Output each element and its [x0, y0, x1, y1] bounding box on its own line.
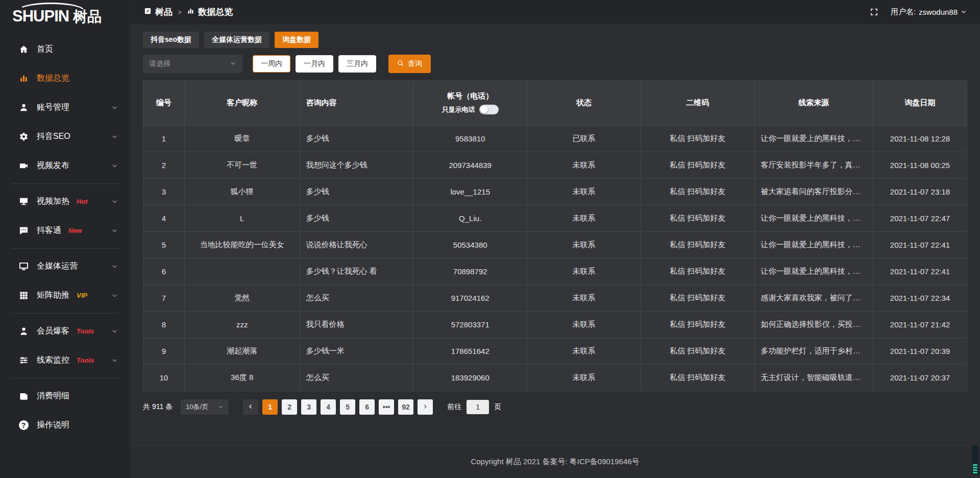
cell-id: 9 [143, 338, 185, 365]
cell-qrcode-links[interactable]: 私信 扫码加好友 [641, 179, 754, 205]
next-page-button[interactable] [418, 399, 433, 415]
pagination-total: 共 911 条 [143, 402, 173, 412]
col-header-qrcode: 二维码 [641, 81, 754, 126]
menu-divider [11, 248, 119, 249]
main-column: 树品 > 数据总览 用户名: zswodun88 [130, 0, 980, 478]
range-quarter-button[interactable]: 三月内 [338, 55, 376, 73]
cell-date: 2021-11-07 22:41 [873, 258, 967, 285]
page-button[interactable]: 5 [340, 399, 355, 415]
breadcrumb-root[interactable]: 树品 [144, 6, 173, 18]
cell-qrcode-links[interactable]: 私信 扫码加好友 [641, 126, 754, 152]
user-icon [18, 103, 29, 113]
page-buttons: 123456•••92 [262, 399, 418, 415]
phone-only-toggle[interactable] [479, 105, 499, 114]
cell-source-link[interactable]: 无主灯设计，智能磁吸轨道灯... [754, 365, 873, 391]
goto-page-input[interactable] [467, 400, 489, 414]
col-header-source: 线索来源 [754, 81, 873, 126]
widget-bar [973, 467, 977, 468]
page-button[interactable]: ••• [379, 399, 394, 415]
chevron-down-icon [111, 357, 118, 364]
cell-qrcode-links[interactable]: 私信 扫码加好友 [641, 285, 754, 312]
col-header-account: 帐号（电话） 只显示电话 [413, 81, 527, 126]
page-button[interactable]: 3 [301, 399, 316, 415]
sidebar-item-video-heating[interactable]: 视频加热 Hot [0, 187, 130, 216]
table-row: 9 潮起潮落 多少钱一米 178651642 未联系 私信 扫码加好友 多功能护… [143, 338, 967, 365]
sidebar-item-member-burst[interactable]: 会员爆客 Tools [0, 317, 130, 346]
page-size-select[interactable]: 10条/页 [181, 399, 229, 415]
cell-nickname: L [184, 205, 300, 232]
cell-source-link[interactable]: 被大家追着问的客厅投影分享... [754, 179, 873, 205]
footer: Copyright 树品 2021 备案号: 粤ICP备09019646号 [130, 445, 980, 478]
cell-source-link[interactable]: 如何正确选择投影仪，买投影... [754, 312, 873, 338]
cell-content: 多少钱 [300, 205, 413, 232]
tab-douyin-seo[interactable]: 抖音seo数据 [143, 32, 199, 48]
page-button[interactable]: 92 [398, 399, 413, 415]
sliders-icon [18, 355, 29, 366]
cell-qrcode-links[interactable]: 私信 扫码加好友 [641, 205, 754, 232]
menu-divider [11, 183, 119, 184]
breadcrumb: 树品 > 数据总览 [144, 6, 233, 18]
page-button[interactable]: 4 [321, 399, 336, 415]
cell-id: 6 [143, 258, 185, 285]
cell-qrcode-links[interactable]: 私信 扫码加好友 [641, 312, 754, 338]
cell-source-link[interactable]: 让你一眼就爱上的黑科技，能... [754, 232, 873, 258]
account-select[interactable]: 请选择 [143, 55, 242, 73]
cell-source-link[interactable]: 多功能护栏灯，适用于乡村文... [754, 338, 873, 365]
logo-arc [17, 3, 85, 11]
inquiry-table: 编号 客户昵称 咨询内容 帐号（电话） 只显示电话 状态 二维码 线索来源 [143, 80, 967, 391]
breadcrumb-current: 数据总览 [187, 6, 233, 18]
sidebar-item-operation-guide[interactable]: ? 操作说明 [0, 411, 130, 440]
cell-qrcode-links[interactable]: 私信 扫码加好友 [641, 152, 754, 179]
monitor-icon [18, 197, 29, 207]
range-month-button[interactable]: 一月内 [296, 55, 333, 73]
browser-extension-widget[interactable] [972, 445, 978, 475]
tab-inquiry-data[interactable]: 询盘数据 [275, 32, 318, 48]
copyright-text: Copyright 树品 2021 备案号: 粤ICP备09019646号 [471, 457, 639, 467]
cell-content: 怎么买 [300, 365, 413, 391]
cell-qrcode-links[interactable]: 私信 扫码加好友 [641, 338, 754, 365]
sidebar-item-data-overview[interactable]: 数据总览 [0, 64, 130, 93]
table-row: 7 觉然 怎么买 917024162 未联系 私信 扫码加好友 感谢大家喜欢我家… [143, 285, 967, 312]
cell-source-link[interactable]: 让你一眼就爱上的黑科技，能... [754, 258, 873, 285]
range-week-button[interactable]: 一周内 [253, 55, 290, 73]
query-button[interactable]: 查询 [388, 55, 431, 73]
sidebar-item-douyin-seo[interactable]: 抖音SEO [0, 122, 130, 151]
sidebar-item-home[interactable]: 首页 [0, 35, 130, 64]
sidebar-item-media-operation[interactable]: 全媒体运营 [0, 252, 130, 281]
cell-source-link[interactable]: 让你一眼就爱上的黑科技，能... [754, 126, 873, 152]
sidebar-item-video-publish[interactable]: 视频发布 [0, 151, 130, 180]
sidebar-item-label: 线索监控 [37, 355, 69, 366]
sidebar-item-matrix-boost[interactable]: 矩阵助推 VIP [0, 281, 130, 310]
cell-source-link[interactable]: 感谢大家喜欢我家，被问了好... [754, 285, 873, 312]
cell-source-link[interactable]: 让你一眼就爱上的黑科技，能... [754, 205, 873, 232]
cell-source-link[interactable]: 客厅安装投影半年多了，真实... [754, 152, 873, 179]
widget-bar [973, 472, 977, 473]
phone-only-label: 只显示电话 [442, 105, 475, 114]
cell-id: 4 [143, 205, 185, 232]
sidebar-item-lead-monitor[interactable]: 线索监控 Tools [0, 346, 130, 375]
chevron-down-icon [218, 403, 224, 411]
cell-account: 917024162 [413, 285, 527, 312]
cell-qrcode-links[interactable]: 私信 扫码加好友 [641, 232, 754, 258]
cell-account: 70898792 [413, 258, 527, 285]
sidebar-menu: 首页 数据总览 账号管理 抖音SEO 视频发布 [0, 29, 130, 478]
page-button[interactable]: 1 [262, 399, 278, 415]
tab-media-ops[interactable]: 全媒体运营数据 [204, 32, 270, 48]
table-row: 4 L 多少钱 Q_Liu. 未联系 私信 扫码加好友 让你一眼就爱上的黑科技，… [143, 205, 967, 232]
bar-chart-icon [18, 74, 29, 84]
cell-qrcode-links[interactable]: 私信 扫码加好友 [641, 258, 754, 285]
sidebar-item-doukettong[interactable]: 抖客通 New [0, 216, 130, 245]
cell-account: 9583810 [413, 126, 527, 152]
cell-id: 5 [143, 232, 185, 258]
prev-page-button[interactable] [243, 399, 258, 415]
page-button[interactable]: 2 [282, 399, 297, 415]
menu-divider [11, 378, 119, 378]
user-dropdown[interactable]: 用户名: zswodun88 [891, 7, 967, 17]
sidebar-item-label: 账号管理 [37, 102, 69, 113]
page-button[interactable]: 6 [359, 399, 375, 415]
chevron-down-icon [111, 263, 118, 270]
sidebar-item-account-management[interactable]: 账号管理 [0, 93, 130, 122]
sidebar-item-consumption-detail[interactable]: 消费明细 [0, 381, 130, 411]
fullscreen-button[interactable] [870, 8, 878, 16]
cell-qrcode-links[interactable]: 私信 扫码加好友 [641, 365, 754, 391]
